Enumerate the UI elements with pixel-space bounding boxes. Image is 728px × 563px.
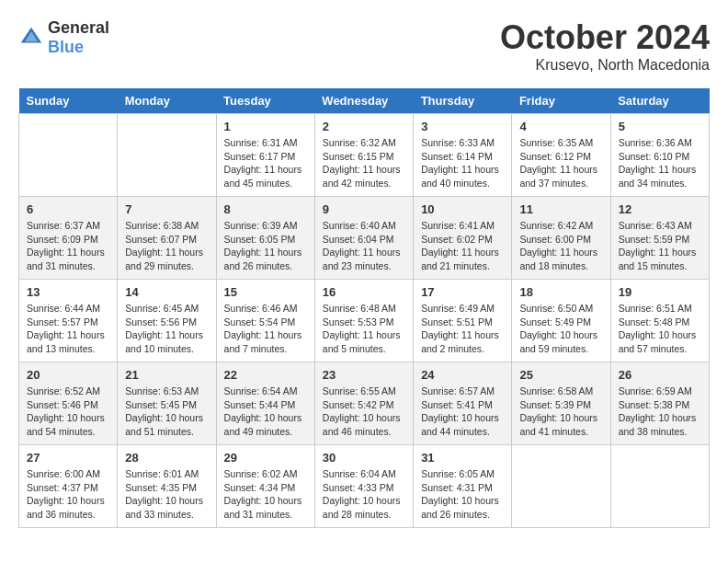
day-number: 29 bbox=[224, 451, 307, 465]
calendar-cell: 8Sunrise: 6:39 AM Sunset: 6:05 PM Daylig… bbox=[216, 197, 314, 280]
calendar-cell: 25Sunrise: 6:58 AM Sunset: 5:39 PM Dayli… bbox=[512, 362, 610, 445]
day-info: Sunrise: 6:48 AM Sunset: 5:53 PM Dayligh… bbox=[323, 302, 405, 356]
calendar-cell bbox=[19, 114, 118, 197]
title-block: October 2024 Krusevo, North Macedonia bbox=[500, 18, 710, 74]
calendar-cell: 10Sunrise: 6:41 AM Sunset: 6:02 PM Dayli… bbox=[414, 197, 512, 280]
calendar-cell: 4Sunrise: 6:35 AM Sunset: 6:12 PM Daylig… bbox=[512, 114, 610, 197]
day-info: Sunrise: 6:52 AM Sunset: 5:46 PM Dayligh… bbox=[27, 385, 109, 439]
day-info: Sunrise: 6:59 AM Sunset: 5:38 PM Dayligh… bbox=[619, 385, 701, 439]
day-number: 14 bbox=[125, 285, 208, 299]
calendar-week-1: 1Sunrise: 6:31 AM Sunset: 6:17 PM Daylig… bbox=[19, 114, 710, 197]
day-info: Sunrise: 6:36 AM Sunset: 6:10 PM Dayligh… bbox=[619, 136, 701, 190]
day-info: Sunrise: 6:53 AM Sunset: 5:45 PM Dayligh… bbox=[125, 385, 208, 439]
day-info: Sunrise: 6:49 AM Sunset: 5:51 PM Dayligh… bbox=[421, 302, 504, 356]
day-number: 7 bbox=[125, 202, 208, 216]
day-info: Sunrise: 6:54 AM Sunset: 5:44 PM Dayligh… bbox=[224, 385, 307, 439]
day-info: Sunrise: 6:01 AM Sunset: 4:35 PM Dayligh… bbox=[125, 467, 208, 522]
calendar-cell: 17Sunrise: 6:49 AM Sunset: 5:51 PM Dayli… bbox=[414, 280, 512, 362]
day-number: 20 bbox=[27, 368, 109, 382]
day-number: 16 bbox=[323, 285, 405, 299]
day-info: Sunrise: 6:37 AM Sunset: 6:09 PM Dayligh… bbox=[27, 219, 109, 273]
day-info: Sunrise: 6:43 AM Sunset: 5:59 PM Dayligh… bbox=[619, 219, 701, 273]
day-info: Sunrise: 6:00 AM Sunset: 4:37 PM Dayligh… bbox=[27, 467, 109, 522]
month-title: October 2024 bbox=[500, 18, 710, 57]
calendar-cell: 16Sunrise: 6:48 AM Sunset: 5:53 PM Dayli… bbox=[314, 280, 413, 362]
day-info: Sunrise: 6:33 AM Sunset: 6:14 PM Dayligh… bbox=[421, 136, 504, 190]
calendar-cell: 5Sunrise: 6:36 AM Sunset: 6:10 PM Daylig… bbox=[610, 114, 709, 197]
day-info: Sunrise: 6:55 AM Sunset: 5:42 PM Dayligh… bbox=[323, 385, 405, 439]
day-number: 25 bbox=[519, 368, 602, 382]
calendar-cell: 27Sunrise: 6:00 AM Sunset: 4:37 PM Dayli… bbox=[19, 445, 118, 528]
day-number: 11 bbox=[519, 202, 602, 216]
day-number: 5 bbox=[619, 120, 701, 133]
calendar-week-5: 27Sunrise: 6:00 AM Sunset: 4:37 PM Dayli… bbox=[19, 445, 710, 528]
weekday-header-sunday: Sunday bbox=[19, 88, 118, 114]
day-number: 1 bbox=[224, 120, 307, 133]
day-number: 26 bbox=[619, 368, 701, 382]
calendar-cell: 23Sunrise: 6:55 AM Sunset: 5:42 PM Dayli… bbox=[314, 362, 413, 445]
day-number: 23 bbox=[323, 368, 405, 382]
weekday-header-saturday: Saturday bbox=[610, 88, 709, 114]
calendar-cell: 9Sunrise: 6:40 AM Sunset: 6:04 PM Daylig… bbox=[314, 197, 413, 280]
day-info: Sunrise: 6:46 AM Sunset: 5:54 PM Dayligh… bbox=[224, 302, 307, 356]
day-info: Sunrise: 6:41 AM Sunset: 6:02 PM Dayligh… bbox=[421, 219, 504, 273]
day-number: 3 bbox=[421, 120, 504, 133]
calendar-cell bbox=[118, 114, 216, 197]
calendar-week-4: 20Sunrise: 6:52 AM Sunset: 5:46 PM Dayli… bbox=[19, 362, 710, 445]
weekday-header-monday: Monday bbox=[118, 88, 216, 114]
day-info: Sunrise: 6:05 AM Sunset: 4:31 PM Dayligh… bbox=[421, 467, 504, 522]
day-info: Sunrise: 6:35 AM Sunset: 6:12 PM Dayligh… bbox=[519, 136, 602, 190]
day-info: Sunrise: 6:32 AM Sunset: 6:15 PM Dayligh… bbox=[323, 136, 405, 190]
calendar-cell: 18Sunrise: 6:50 AM Sunset: 5:49 PM Dayli… bbox=[512, 280, 610, 362]
calendar-cell bbox=[512, 445, 610, 528]
day-info: Sunrise: 6:38 AM Sunset: 6:07 PM Dayligh… bbox=[125, 219, 208, 273]
calendar-cell: 30Sunrise: 6:04 AM Sunset: 4:33 PM Dayli… bbox=[314, 445, 413, 528]
day-info: Sunrise: 6:57 AM Sunset: 5:41 PM Dayligh… bbox=[421, 385, 504, 439]
day-info: Sunrise: 6:40 AM Sunset: 6:04 PM Dayligh… bbox=[323, 219, 405, 273]
calendar-cell: 28Sunrise: 6:01 AM Sunset: 4:35 PM Dayli… bbox=[118, 445, 216, 528]
calendar-cell: 14Sunrise: 6:45 AM Sunset: 5:56 PM Dayli… bbox=[118, 280, 216, 362]
day-number: 24 bbox=[421, 368, 504, 382]
calendar-table: SundayMondayTuesdayWednesdayThursdayFrid… bbox=[18, 88, 710, 528]
calendar-cell: 13Sunrise: 6:44 AM Sunset: 5:57 PM Dayli… bbox=[19, 280, 118, 362]
calendar-cell: 6Sunrise: 6:37 AM Sunset: 6:09 PM Daylig… bbox=[19, 197, 118, 280]
day-info: Sunrise: 6:42 AM Sunset: 6:00 PM Dayligh… bbox=[519, 219, 602, 273]
weekday-header-row: SundayMondayTuesdayWednesdayThursdayFrid… bbox=[19, 88, 710, 114]
location-title: Krusevo, North Macedonia bbox=[500, 57, 710, 74]
calendar-cell: 7Sunrise: 6:38 AM Sunset: 6:07 PM Daylig… bbox=[118, 197, 216, 280]
calendar-cell: 24Sunrise: 6:57 AM Sunset: 5:41 PM Dayli… bbox=[414, 362, 512, 445]
calendar-cell bbox=[610, 445, 709, 528]
calendar-cell: 3Sunrise: 6:33 AM Sunset: 6:14 PM Daylig… bbox=[414, 114, 512, 197]
calendar-week-3: 13Sunrise: 6:44 AM Sunset: 5:57 PM Dayli… bbox=[19, 280, 710, 362]
day-number: 9 bbox=[323, 202, 405, 216]
day-number: 17 bbox=[421, 285, 504, 299]
calendar-cell: 1Sunrise: 6:31 AM Sunset: 6:17 PM Daylig… bbox=[216, 114, 314, 197]
weekday-header-friday: Friday bbox=[512, 88, 610, 114]
calendar-cell: 20Sunrise: 6:52 AM Sunset: 5:46 PM Dayli… bbox=[19, 362, 118, 445]
day-info: Sunrise: 6:02 AM Sunset: 4:34 PM Dayligh… bbox=[224, 467, 307, 522]
day-info: Sunrise: 6:51 AM Sunset: 5:48 PM Dayligh… bbox=[619, 302, 701, 356]
weekday-header-thursday: Thursday bbox=[414, 88, 512, 114]
day-info: Sunrise: 6:44 AM Sunset: 5:57 PM Dayligh… bbox=[27, 302, 109, 356]
day-number: 15 bbox=[224, 285, 307, 299]
day-info: Sunrise: 6:50 AM Sunset: 5:49 PM Dayligh… bbox=[519, 302, 602, 356]
day-number: 12 bbox=[619, 202, 701, 216]
calendar-cell: 22Sunrise: 6:54 AM Sunset: 5:44 PM Dayli… bbox=[216, 362, 314, 445]
weekday-header-tuesday: Tuesday bbox=[216, 88, 314, 114]
logo-blue: Blue bbox=[48, 38, 84, 56]
logo-icon bbox=[18, 25, 44, 51]
day-number: 21 bbox=[125, 368, 208, 382]
calendar-cell: 12Sunrise: 6:43 AM Sunset: 5:59 PM Dayli… bbox=[610, 197, 709, 280]
day-info: Sunrise: 6:04 AM Sunset: 4:33 PM Dayligh… bbox=[323, 467, 405, 522]
calendar-cell: 15Sunrise: 6:46 AM Sunset: 5:54 PM Dayli… bbox=[216, 280, 314, 362]
day-number: 22 bbox=[224, 368, 307, 382]
day-number: 19 bbox=[619, 285, 701, 299]
logo-general: General bbox=[48, 18, 109, 37]
day-number: 31 bbox=[421, 451, 504, 465]
day-number: 28 bbox=[125, 451, 208, 465]
day-number: 13 bbox=[27, 285, 109, 299]
calendar-week-2: 6Sunrise: 6:37 AM Sunset: 6:09 PM Daylig… bbox=[19, 197, 710, 280]
day-info: Sunrise: 6:58 AM Sunset: 5:39 PM Dayligh… bbox=[519, 385, 602, 439]
day-number: 30 bbox=[323, 451, 405, 465]
calendar-cell: 29Sunrise: 6:02 AM Sunset: 4:34 PM Dayli… bbox=[216, 445, 314, 528]
